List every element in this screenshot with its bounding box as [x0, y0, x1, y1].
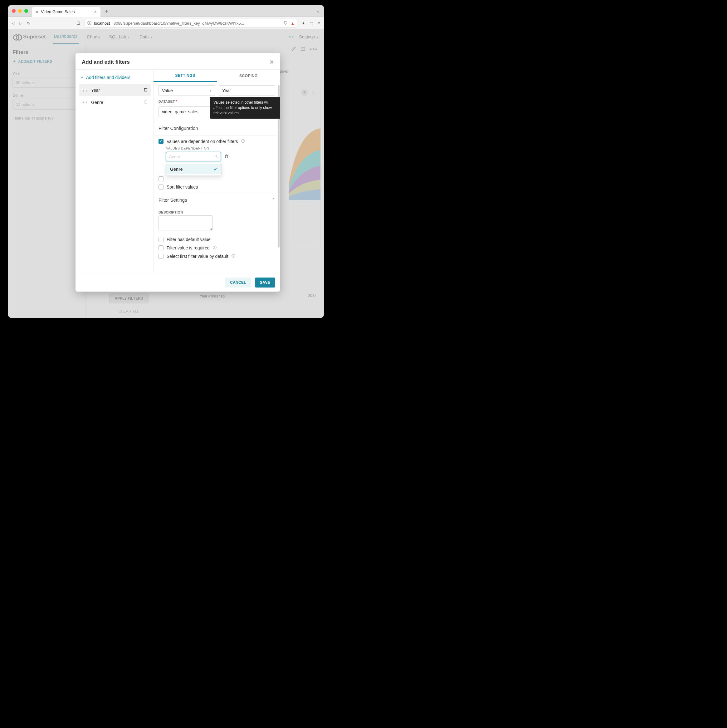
description-textarea[interactable] — [159, 216, 213, 230]
nav-settings[interactable]: Settings ▼ — [299, 34, 319, 39]
brave-icon[interactable]: ▲ — [291, 21, 295, 26]
close-window[interactable] — [12, 9, 15, 13]
plus-icon: ＋ — [12, 59, 16, 64]
nav-sqllab[interactable]: SQL Lab ▼ — [108, 30, 131, 44]
check-default-row[interactable]: Filter has default value — [159, 237, 275, 242]
wallet-icon[interactable]: ▢ — [310, 21, 313, 26]
nav-dashboards[interactable]: Dashboards — [53, 29, 79, 44]
chart-card: ⋮ — [290, 85, 321, 247]
forward-icon[interactable]: ▷ — [19, 21, 23, 26]
more-icon[interactable]: ••• — [310, 46, 318, 53]
url-host: localhost — [94, 21, 110, 26]
trash-icon[interactable] — [143, 87, 148, 93]
filter-settings-header[interactable]: Filter Settings ⌃ — [154, 193, 280, 207]
check-first-row[interactable]: Select first filter value by default ⓘ — [159, 254, 275, 259]
filters-modal: Add and edit filters ✕ ＋ Add filters and… — [75, 53, 280, 292]
add-filters-dividers[interactable]: ＋ Add filters and dividers — [80, 75, 151, 80]
trash-icon[interactable] — [224, 154, 229, 160]
svg-rect-0 — [301, 47, 305, 50]
sidebar-title: Filters — [12, 49, 81, 55]
trash-icon[interactable] — [143, 99, 148, 105]
tab-title: Video Game Sales — [41, 9, 75, 14]
address-bar[interactable]: ⓘ localhost:8088/superset/dashboard/10/?… — [84, 19, 297, 28]
apply-filters-button[interactable]: APPLY FILTERS — [109, 294, 148, 303]
tabs-overflow-icon[interactable]: ⌄ — [316, 8, 320, 14]
modal-title: Add and edit filters — [82, 59, 130, 65]
filter-select-year[interactable]: 39 options — [12, 77, 81, 88]
titlebar: ∞ Video Game Sales × ＋ ⌄ — [8, 5, 324, 17]
minimize-window[interactable] — [18, 9, 22, 13]
checkbox-checked-icon[interactable]: ✓ — [159, 139, 163, 144]
modal-sidebar: ＋ Add filters and dividers ⋮⋮ Year — [75, 70, 154, 273]
dropdown-option-genre[interactable]: Genre ✓ — [166, 164, 221, 174]
filter-type-select[interactable]: Value ▾ — [159, 85, 215, 96]
filter-item-genre[interactable]: ⋮⋮ Genre — [79, 96, 151, 108]
info-icon[interactable]: ⓘ — [213, 245, 217, 250]
checkbox-icon[interactable] — [159, 176, 163, 181]
info-icon[interactable]: ⓘ — [241, 139, 245, 144]
new-tab-icon[interactable]: ＋ — [104, 7, 109, 15]
dependent-placeholder: Genre — [169, 154, 180, 159]
tooltip: Values selected in other filters will af… — [210, 97, 280, 119]
maximize-window[interactable] — [24, 9, 28, 13]
dependent-select-input[interactable]: Genre — [166, 152, 221, 161]
menu-icon[interactable]: ≡ — [318, 21, 320, 26]
back-icon[interactable]: ◁ — [12, 21, 15, 26]
tab-scoping[interactable]: SCOPING — [217, 70, 280, 82]
close-tab-icon[interactable]: × — [94, 9, 97, 14]
filter-name-input[interactable]: Year — [219, 85, 275, 96]
chevron-down-icon: ▾ — [210, 89, 212, 93]
chart-filter-icon[interactable] — [301, 89, 308, 96]
nav-data[interactable]: Data ▼ — [138, 30, 154, 44]
chart-more-icon[interactable]: ⋮ — [311, 90, 315, 95]
close-icon[interactable]: ✕ — [269, 59, 274, 66]
browser-toolbar: ◁ ▷ ⟳ ☐ ⓘ localhost:8088/superset/dashbo… — [8, 17, 324, 29]
filter-configuration-header[interactable]: Filter Configuration Values selected in … — [154, 121, 280, 136]
dependent-dropdown: Genre ✓ — [166, 163, 221, 176]
svg-point-1 — [215, 155, 217, 157]
chevron-up-icon: ⌃ — [272, 197, 275, 202]
edit-icon[interactable] — [291, 46, 296, 53]
dataset-label: DATASET * — [159, 99, 215, 103]
checkbox-icon[interactable] — [159, 185, 163, 190]
chart-axis-label: Year Published — [200, 294, 225, 298]
logo-text: Superset — [23, 34, 46, 40]
add-edit-filters[interactable]: ＋ ADD/EDIT FILTERS — [12, 59, 81, 64]
sidebar: Filters ＋ ADD/EDIT FILTERS Year 39 optio… — [8, 44, 86, 318]
topnav: Superset Dashboards Charts SQL Lab ▼ Dat… — [8, 29, 324, 44]
checkbox-icon[interactable] — [159, 245, 163, 250]
url-path: :8088/superset/dashboard/10/?native_filt… — [112, 21, 244, 26]
add-icon[interactable]: ＋▾ — [288, 34, 293, 40]
drag-handle-icon[interactable]: ⋮⋮ — [82, 101, 88, 104]
browser-tab[interactable]: ∞ Video Game Sales × — [32, 7, 101, 17]
shield-icon[interactable]: ⛉ — [284, 21, 288, 26]
logo-icon — [13, 34, 21, 39]
area-chart — [289, 119, 321, 200]
tab-favicon-icon: ∞ — [35, 9, 38, 14]
calendar-icon[interactable] — [301, 46, 305, 53]
chart-tick-year: 2017 — [308, 294, 316, 298]
filter-item-year[interactable]: ⋮⋮ Year — [79, 84, 151, 96]
info-icon[interactable]: ⓘ — [232, 254, 235, 259]
save-button[interactable]: SAVE — [255, 278, 275, 288]
bookmark-icon[interactable]: ☐ — [76, 21, 80, 26]
reload-icon[interactable]: ⟳ — [27, 21, 30, 26]
nav-charts[interactable]: Charts — [86, 30, 101, 44]
logo[interactable]: Superset — [13, 34, 46, 40]
filter-select-genre[interactable]: 12 options — [12, 99, 81, 110]
dataset-select[interactable]: video_game_sales ▾ — [159, 107, 215, 117]
tab-settings[interactable]: SETTINGS — [154, 70, 217, 82]
site-info-icon[interactable]: ⓘ — [87, 20, 92, 26]
check-dependent-row[interactable]: ✓ Values are dependent on other filters … — [159, 139, 275, 144]
check-hidden-row[interactable] — [159, 176, 275, 181]
drag-handle-icon[interactable]: ⋮⋮ — [82, 88, 88, 92]
check-sort-row[interactable]: Sort filter values — [159, 185, 275, 190]
filter-label-genre: Genre — [12, 93, 81, 98]
check-required-row[interactable]: Filter value is required ⓘ — [159, 245, 275, 250]
cancel-button[interactable]: CANCEL — [225, 278, 251, 288]
extensions-icon[interactable]: ✦ — [302, 21, 305, 26]
plus-icon: ＋ — [80, 75, 84, 80]
clear-all-button[interactable]: CLEAR ALL — [95, 309, 163, 314]
checkbox-icon[interactable] — [159, 254, 163, 259]
checkbox-icon[interactable] — [159, 237, 163, 242]
